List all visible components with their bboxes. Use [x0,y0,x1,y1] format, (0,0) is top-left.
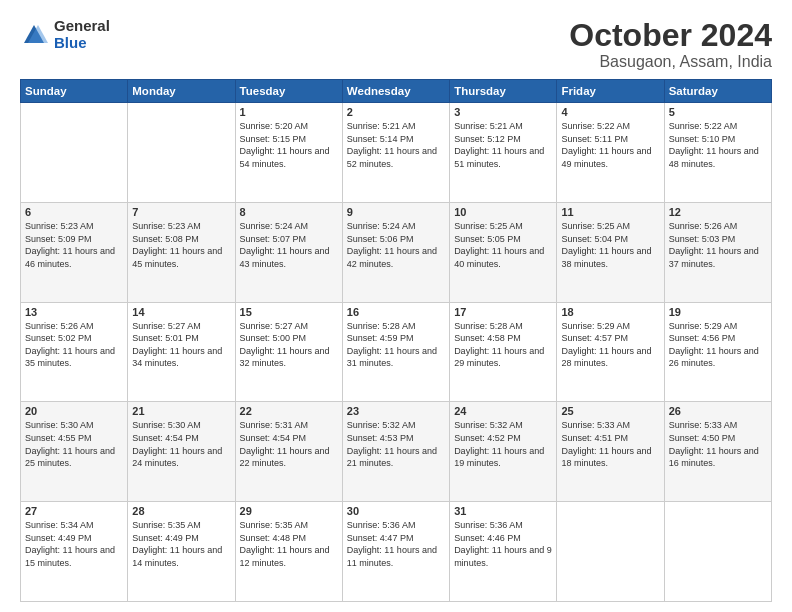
day-number: 6 [25,206,123,218]
calendar-cell: 2Sunrise: 5:21 AM Sunset: 5:14 PM Daylig… [342,103,449,203]
calendar-cell: 27Sunrise: 5:34 AM Sunset: 4:49 PM Dayli… [21,502,128,602]
day-number: 27 [25,505,123,517]
day-number: 15 [240,306,338,318]
day-number: 13 [25,306,123,318]
day-info: Sunrise: 5:33 AM Sunset: 4:51 PM Dayligh… [561,419,659,469]
day-number: 2 [347,106,445,118]
weekday-header-thursday: Thursday [450,80,557,103]
day-number: 12 [669,206,767,218]
day-number: 5 [669,106,767,118]
calendar-cell [21,103,128,203]
day-number: 17 [454,306,552,318]
day-number: 18 [561,306,659,318]
calendar-cell: 3Sunrise: 5:21 AM Sunset: 5:12 PM Daylig… [450,103,557,203]
day-number: 14 [132,306,230,318]
day-info: Sunrise: 5:27 AM Sunset: 5:00 PM Dayligh… [240,320,338,370]
page: General Blue October 2024 Basugaon, Assa… [0,0,792,612]
day-info: Sunrise: 5:36 AM Sunset: 4:47 PM Dayligh… [347,519,445,569]
day-info: Sunrise: 5:35 AM Sunset: 4:49 PM Dayligh… [132,519,230,569]
logo-general-text: General [54,18,110,35]
calendar-cell: 11Sunrise: 5:25 AM Sunset: 5:04 PM Dayli… [557,202,664,302]
weekday-header-sunday: Sunday [21,80,128,103]
day-number: 3 [454,106,552,118]
day-number: 24 [454,405,552,417]
calendar-cell: 7Sunrise: 5:23 AM Sunset: 5:08 PM Daylig… [128,202,235,302]
weekday-header-tuesday: Tuesday [235,80,342,103]
calendar-cell: 16Sunrise: 5:28 AM Sunset: 4:59 PM Dayli… [342,302,449,402]
day-number: 16 [347,306,445,318]
day-number: 20 [25,405,123,417]
week-row-1: 1Sunrise: 5:20 AM Sunset: 5:15 PM Daylig… [21,103,772,203]
day-number: 4 [561,106,659,118]
week-row-5: 27Sunrise: 5:34 AM Sunset: 4:49 PM Dayli… [21,502,772,602]
day-info: Sunrise: 5:33 AM Sunset: 4:50 PM Dayligh… [669,419,767,469]
day-info: Sunrise: 5:22 AM Sunset: 5:11 PM Dayligh… [561,120,659,170]
day-info: Sunrise: 5:28 AM Sunset: 4:58 PM Dayligh… [454,320,552,370]
day-info: Sunrise: 5:36 AM Sunset: 4:46 PM Dayligh… [454,519,552,569]
calendar-cell: 10Sunrise: 5:25 AM Sunset: 5:05 PM Dayli… [450,202,557,302]
day-number: 11 [561,206,659,218]
weekday-header-monday: Monday [128,80,235,103]
calendar-cell: 31Sunrise: 5:36 AM Sunset: 4:46 PM Dayli… [450,502,557,602]
logo-icon [20,21,48,49]
calendar-cell: 8Sunrise: 5:24 AM Sunset: 5:07 PM Daylig… [235,202,342,302]
day-info: Sunrise: 5:30 AM Sunset: 4:54 PM Dayligh… [132,419,230,469]
day-number: 1 [240,106,338,118]
day-info: Sunrise: 5:25 AM Sunset: 5:04 PM Dayligh… [561,220,659,270]
day-number: 28 [132,505,230,517]
calendar-cell: 9Sunrise: 5:24 AM Sunset: 5:06 PM Daylig… [342,202,449,302]
calendar-subtitle: Basugaon, Assam, India [569,53,772,71]
calendar-cell: 4Sunrise: 5:22 AM Sunset: 5:11 PM Daylig… [557,103,664,203]
calendar-cell: 14Sunrise: 5:27 AM Sunset: 5:01 PM Dayli… [128,302,235,402]
day-number: 9 [347,206,445,218]
logo-blue-text: Blue [54,35,110,52]
day-info: Sunrise: 5:29 AM Sunset: 4:56 PM Dayligh… [669,320,767,370]
day-info: Sunrise: 5:34 AM Sunset: 4:49 PM Dayligh… [25,519,123,569]
calendar-cell: 29Sunrise: 5:35 AM Sunset: 4:48 PM Dayli… [235,502,342,602]
logo: General Blue [20,18,110,51]
weekday-header-wednesday: Wednesday [342,80,449,103]
calendar-cell: 28Sunrise: 5:35 AM Sunset: 4:49 PM Dayli… [128,502,235,602]
day-info: Sunrise: 5:32 AM Sunset: 4:53 PM Dayligh… [347,419,445,469]
calendar-cell: 12Sunrise: 5:26 AM Sunset: 5:03 PM Dayli… [664,202,771,302]
calendar-cell: 24Sunrise: 5:32 AM Sunset: 4:52 PM Dayli… [450,402,557,502]
week-row-4: 20Sunrise: 5:30 AM Sunset: 4:55 PM Dayli… [21,402,772,502]
week-row-2: 6Sunrise: 5:23 AM Sunset: 5:09 PM Daylig… [21,202,772,302]
header: General Blue October 2024 Basugaon, Assa… [20,18,772,71]
day-number: 23 [347,405,445,417]
day-info: Sunrise: 5:22 AM Sunset: 5:10 PM Dayligh… [669,120,767,170]
day-info: Sunrise: 5:32 AM Sunset: 4:52 PM Dayligh… [454,419,552,469]
day-info: Sunrise: 5:20 AM Sunset: 5:15 PM Dayligh… [240,120,338,170]
weekday-header-saturday: Saturday [664,80,771,103]
day-info: Sunrise: 5:28 AM Sunset: 4:59 PM Dayligh… [347,320,445,370]
day-info: Sunrise: 5:21 AM Sunset: 5:14 PM Dayligh… [347,120,445,170]
weekday-header-friday: Friday [557,80,664,103]
calendar-table: SundayMondayTuesdayWednesdayThursdayFrid… [20,79,772,602]
day-number: 8 [240,206,338,218]
calendar-cell: 23Sunrise: 5:32 AM Sunset: 4:53 PM Dayli… [342,402,449,502]
calendar-cell: 21Sunrise: 5:30 AM Sunset: 4:54 PM Dayli… [128,402,235,502]
calendar-cell: 22Sunrise: 5:31 AM Sunset: 4:54 PM Dayli… [235,402,342,502]
title-block: October 2024 Basugaon, Assam, India [569,18,772,71]
calendar-cell: 15Sunrise: 5:27 AM Sunset: 5:00 PM Dayli… [235,302,342,402]
calendar-cell [128,103,235,203]
day-info: Sunrise: 5:27 AM Sunset: 5:01 PM Dayligh… [132,320,230,370]
day-number: 7 [132,206,230,218]
calendar-cell: 13Sunrise: 5:26 AM Sunset: 5:02 PM Dayli… [21,302,128,402]
day-info: Sunrise: 5:26 AM Sunset: 5:03 PM Dayligh… [669,220,767,270]
day-info: Sunrise: 5:29 AM Sunset: 4:57 PM Dayligh… [561,320,659,370]
calendar-cell: 5Sunrise: 5:22 AM Sunset: 5:10 PM Daylig… [664,103,771,203]
day-info: Sunrise: 5:31 AM Sunset: 4:54 PM Dayligh… [240,419,338,469]
calendar-cell: 20Sunrise: 5:30 AM Sunset: 4:55 PM Dayli… [21,402,128,502]
day-number: 21 [132,405,230,417]
day-number: 26 [669,405,767,417]
day-number: 22 [240,405,338,417]
day-info: Sunrise: 5:35 AM Sunset: 4:48 PM Dayligh… [240,519,338,569]
calendar-cell: 25Sunrise: 5:33 AM Sunset: 4:51 PM Dayli… [557,402,664,502]
day-number: 30 [347,505,445,517]
logo-text: General Blue [54,18,110,51]
day-info: Sunrise: 5:30 AM Sunset: 4:55 PM Dayligh… [25,419,123,469]
calendar-title: October 2024 [569,18,772,53]
weekday-header-row: SundayMondayTuesdayWednesdayThursdayFrid… [21,80,772,103]
day-number: 10 [454,206,552,218]
